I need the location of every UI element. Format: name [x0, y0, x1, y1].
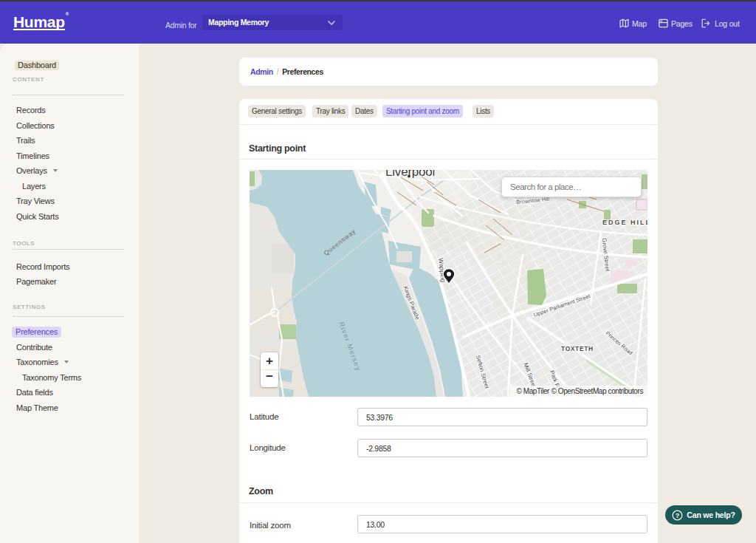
svg-text:EDGE HILL: EDGE HILL [602, 219, 647, 226]
svg-text:TOXTETH: TOXTETH [561, 345, 594, 352]
svg-text:?: ? [676, 511, 679, 519]
svg-text:Liverpool: Liverpool [385, 170, 435, 179]
